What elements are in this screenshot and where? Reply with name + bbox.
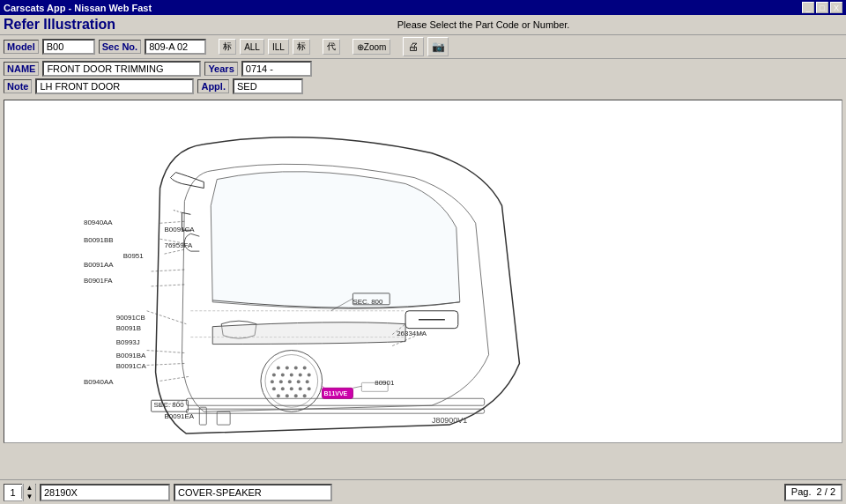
diagram-svg: 80940AA B0091CA B0091BB 76959FA B0951 B0… — [4, 100, 842, 442]
zoom-button[interactable]: ⊕Zoom — [352, 39, 391, 55]
svg-line-36 — [160, 221, 185, 223]
nav-up-button[interactable]: ▲ — [23, 484, 35, 493]
secno-label: Sec No. — [99, 40, 141, 54]
svg-point-19 — [281, 387, 285, 390]
svg-line-42 — [147, 351, 185, 353]
name-label: NAME — [4, 62, 39, 76]
ill-button[interactable]: ILL — [268, 39, 289, 55]
svg-point-21 — [299, 387, 302, 390]
svg-point-10 — [290, 373, 293, 376]
svg-text:B0091BA: B0091BA — [116, 352, 146, 359]
svg-point-5 — [286, 366, 289, 369]
print-icon-button[interactable]: 🖨 — [403, 37, 424, 56]
svg-point-17 — [306, 380, 309, 383]
page-number: 1 — [4, 486, 22, 499]
page-title: Refer Illustration — [4, 17, 115, 33]
years-label: Years — [204, 62, 237, 76]
maximize-button[interactable]: □ — [816, 2, 828, 13]
name-value: FRONT DOOR TRIMMING — [42, 61, 201, 77]
svg-line-50 — [352, 386, 361, 388]
note-label: Note — [4, 79, 32, 93]
svg-point-26 — [303, 394, 307, 397]
nav-down-button[interactable]: ▼ — [23, 493, 35, 501]
std2-button[interactable]: 标 — [293, 39, 310, 55]
svg-point-8 — [272, 373, 276, 376]
svg-point-15 — [288, 380, 292, 383]
svg-point-24 — [286, 394, 289, 397]
minimize-button[interactable]: _ — [802, 2, 814, 13]
page-navigator[interactable]: 1 ▲ ▼ — [4, 484, 36, 501]
name-row: NAME FRONT DOOR TRIMMING Years 0714 - — [4, 61, 842, 77]
std-button[interactable]: 标 — [219, 39, 236, 55]
svg-point-22 — [308, 387, 311, 390]
codes-button[interactable]: 代 — [323, 39, 340, 55]
window-controls[interactable]: _ □ X — [802, 2, 842, 13]
svg-point-12 — [308, 373, 311, 376]
svg-point-6 — [294, 366, 298, 369]
svg-point-4 — [277, 366, 280, 369]
svg-text:J80900V1: J80900V1 — [432, 416, 467, 425]
camera-icon-button[interactable]: 📷 — [427, 37, 449, 56]
svg-line-29 — [173, 210, 182, 212]
svg-text:76959FA: 76959FA — [165, 241, 193, 249]
svg-text:B0951: B0951 — [123, 252, 145, 260]
title-bar: Carscats App - Nissan Web Fast _ □ X — [0, 0, 846, 15]
svg-text:B0091CA: B0091CA — [116, 362, 147, 370]
svg-rect-34 — [199, 407, 206, 425]
svg-point-2 — [261, 351, 323, 412]
description-input[interactable] — [174, 484, 332, 501]
svg-text:B0091EA: B0091EA — [165, 412, 195, 420]
svg-point-13 — [271, 380, 274, 383]
svg-text:B0940AA: B0940AA — [84, 378, 114, 386]
svg-line-39 — [152, 270, 185, 271]
model-input[interactable] — [42, 39, 95, 55]
svg-point-16 — [297, 380, 301, 383]
svg-text:SEC. 800: SEC. 800 — [154, 401, 185, 409]
svg-text:B0091AA: B0091AA — [84, 261, 114, 269]
svg-point-23 — [277, 394, 280, 397]
info-area: NAME FRONT DOOR TRIMMING Years 0714 - No… — [0, 59, 846, 98]
svg-text:90091CB: 90091CB — [116, 314, 145, 322]
nav-arrows[interactable]: ▲ ▼ — [22, 484, 35, 501]
svg-point-20 — [290, 387, 293, 390]
svg-text:B11VVE: B11VVE — [324, 390, 348, 397]
header: Refer Illustration Please Select the Par… — [0, 15, 846, 35]
header-instruction: Please Select the Part Code or Number. — [124, 19, 842, 30]
years-value: 0714 - — [241, 61, 312, 77]
note-row: Note LH FRONT DOOR Appl. SED — [4, 78, 842, 94]
svg-point-9 — [281, 373, 285, 376]
svg-text:B0091BB: B0091BB — [84, 236, 114, 244]
svg-text:SEC. 800: SEC. 800 — [352, 298, 383, 306]
svg-point-7 — [303, 366, 307, 369]
svg-text:B0901FA: B0901FA — [84, 277, 113, 285]
page-info: Pag. 2 / 2 — [784, 484, 842, 501]
svg-point-14 — [279, 380, 283, 383]
svg-point-11 — [299, 373, 302, 376]
app-title: Carscats App - Nissan Web Fast — [4, 3, 152, 13]
part-number-input[interactable] — [40, 484, 170, 501]
svg-line-43 — [147, 363, 185, 365]
close-button[interactable]: X — [830, 2, 842, 13]
svg-text:80940AA: 80940AA — [84, 219, 113, 226]
svg-text:B0091B: B0091B — [116, 324, 141, 332]
all-button[interactable]: ALL — [240, 39, 264, 55]
appl-value: SED — [233, 78, 303, 94]
secno-input[interactable] — [145, 39, 206, 55]
status-bar: 1 ▲ ▼ Pag. 2 / 2 — [0, 479, 846, 504]
model-label: Model — [4, 40, 39, 54]
toolbar: Model Sec No. 标 ALL ILL 标 代 ⊕Zoom 🖨 📷 — [0, 35, 846, 59]
svg-point-25 — [294, 394, 298, 397]
svg-text:80901: 80901 — [375, 379, 395, 387]
note-value: LH FRONT DOOR — [35, 78, 194, 94]
svg-point-18 — [272, 387, 276, 390]
svg-line-38 — [165, 249, 185, 254]
page-label: Pag. — [791, 486, 812, 497]
svg-text:B0091CA: B0091CA — [165, 226, 196, 233]
svg-line-41 — [147, 311, 187, 324]
svg-text:B0993J: B0993J — [116, 338, 140, 346]
svg-text:26334MA: 26334MA — [397, 330, 427, 337]
page-numbers: 2 / 2 — [817, 486, 835, 497]
appl-label: Appl. — [197, 79, 229, 93]
svg-line-40 — [152, 285, 185, 286]
diagram-area[interactable]: 80940AA B0091CA B0091BB 76959FA B0951 B0… — [4, 100, 842, 443]
